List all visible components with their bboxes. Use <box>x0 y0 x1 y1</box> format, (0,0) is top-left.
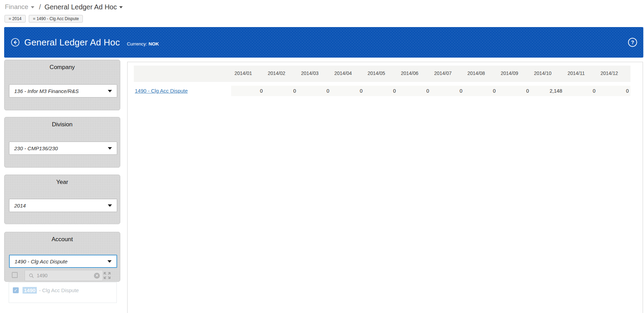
currency-label: Currency: <box>127 41 147 46</box>
value-cell: 0 <box>564 86 597 96</box>
column-header: 2014/04 <box>331 66 364 82</box>
year-select[interactable]: 2014 <box>9 199 117 212</box>
table-header-row: 2014/01 2014/02 2014/03 2014/04 2014/05 … <box>134 66 630 82</box>
value-cell: 0 <box>398 86 431 96</box>
division-select-value: 230 - CMP136/230 <box>14 145 108 151</box>
filter-panel-company: Company 136 - Infor M3 Finance/R&S <box>4 60 120 110</box>
help-icon: ? <box>631 39 634 45</box>
page-header: General Ledger Ad Hoc Currency:NOK ? <box>4 27 643 58</box>
filter-chip-year[interactable]: = 2014 <box>5 15 26 23</box>
value-cell: 0 <box>364 86 398 96</box>
column-header: 2014/08 <box>464 66 497 82</box>
value-cell: 0 <box>431 86 464 96</box>
filter-panel-year: Year 2014 <box>4 175 120 224</box>
check-icon: ✓ <box>14 288 18 293</box>
panel-title: Year <box>5 175 120 186</box>
account-search-row: ✕ <box>5 268 120 282</box>
year-select-value: 2014 <box>14 203 108 209</box>
back-arrow-icon <box>11 38 20 47</box>
column-header: 2014/03 <box>298 66 331 82</box>
row-label-column-header <box>134 66 231 82</box>
help-button[interactable]: ? <box>628 38 637 47</box>
account-search-field: ✕ <box>25 270 103 281</box>
page-title: General Ledger Ad Hoc <box>24 37 120 48</box>
expand-button[interactable] <box>103 271 112 280</box>
account-select-value: 1490 - Clg Acc Dispute <box>15 259 107 264</box>
column-header: 2014/06 <box>398 66 431 82</box>
select-all-checkbox[interactable] <box>12 272 18 278</box>
value-cell: 0 <box>298 86 331 96</box>
column-header: 2014/12 <box>597 66 630 82</box>
account-option-label: - Clg Acc Dispute <box>39 287 79 293</box>
currency-value: NOK <box>148 41 159 46</box>
company-select[interactable]: 136 - Infor M3 Finance/R&S <box>9 84 117 98</box>
chevron-down-icon <box>108 204 112 207</box>
breadcrumb-parent[interactable]: Finance <box>5 3 28 11</box>
expand-icon <box>103 271 112 280</box>
chevron-down-icon <box>107 260 112 263</box>
page: Finance / General Ledger Ad Hoc = 2014 =… <box>0 0 644 313</box>
chevron-down-icon[interactable] <box>31 6 34 8</box>
account-option-code: 1490 <box>23 287 37 294</box>
row-label-cell: 1490 - Clg Acc Dispute <box>134 86 231 96</box>
clear-search-button[interactable]: ✕ <box>94 273 100 279</box>
column-header: 2014/11 <box>564 66 597 82</box>
value-cell: 0 <box>464 86 497 96</box>
value-cell: 0 <box>331 86 364 96</box>
search-icon <box>29 273 34 278</box>
account-option-list: ✓ 1490 - Clg Acc Dispute <box>9 282 117 303</box>
table-row: 1490 - Clg Acc Dispute 0 0 0 0 0 0 0 0 0… <box>134 86 630 96</box>
currency-indicator: Currency:NOK <box>127 41 159 46</box>
breadcrumb: Finance / General Ledger Ad Hoc <box>5 2 123 11</box>
filter-panel-division: Division 230 - CMP136/230 <box>4 117 120 168</box>
value-cell: 0 <box>597 86 630 96</box>
checked-checkbox[interactable]: ✓ <box>13 287 19 293</box>
column-header: 2014/09 <box>497 66 531 82</box>
division-select[interactable]: 230 - CMP136/230 <box>9 142 117 155</box>
filter-chip-account[interactable]: = 1490 - Clg Acc Dispute <box>29 15 83 23</box>
account-select[interactable]: 1490 - Clg Acc Dispute <box>9 255 117 268</box>
chevron-down-icon <box>108 90 112 92</box>
account-option[interactable]: ✓ 1490 - Clg Acc Dispute <box>9 282 116 294</box>
column-header: 2014/07 <box>431 66 464 82</box>
value-cell: 0 <box>231 86 264 96</box>
column-header: 2014/02 <box>264 66 298 82</box>
column-header: 2014/05 <box>364 66 398 82</box>
breadcrumb-current[interactable]: General Ledger Ad Hoc <box>44 3 117 11</box>
panel-title: Account <box>5 232 120 243</box>
back-button[interactable] <box>11 38 20 47</box>
breadcrumb-separator: / <box>39 3 41 11</box>
account-row-link[interactable]: 1490 - Clg Acc Dispute <box>135 88 188 94</box>
company-select-value: 136 - Infor M3 Finance/R&S <box>14 88 108 94</box>
value-cell: 2,148 <box>531 86 564 96</box>
clear-icon: ✕ <box>95 273 98 278</box>
column-header: 2014/10 <box>531 66 564 82</box>
filter-panel-account: Account 1490 - Clg Acc Dispute ✕ <box>4 232 120 282</box>
filter-chip-bar: = 2014 = 1490 - Clg Acc Dispute <box>5 15 83 23</box>
column-header: 2014/01 <box>231 66 264 82</box>
chevron-down-icon <box>108 147 112 150</box>
chevron-down-icon[interactable] <box>119 6 123 8</box>
content-card: 2014/01 2014/02 2014/03 2014/04 2014/05 … <box>127 62 643 313</box>
value-cell: 0 <box>497 86 531 96</box>
account-search-input[interactable] <box>37 273 94 278</box>
value-cell: 0 <box>264 86 298 96</box>
panel-title: Division <box>5 117 120 128</box>
panel-title: Company <box>5 60 120 71</box>
